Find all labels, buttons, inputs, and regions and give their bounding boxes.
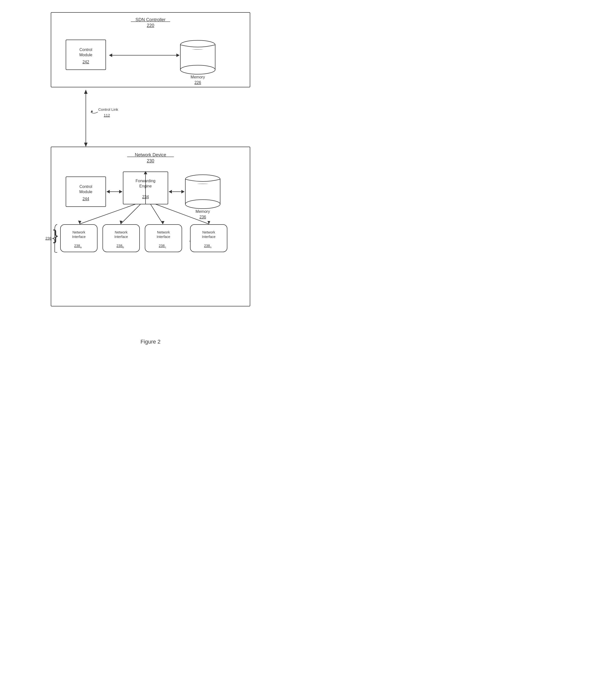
ni-b-label1: Network <box>115 230 128 234</box>
svg-text:a: a <box>80 246 82 249</box>
svg-marker-12 <box>84 90 87 94</box>
svg-text:Module: Module <box>79 190 93 194</box>
ni-c-num: 238 <box>159 244 165 248</box>
nd-number: 230 <box>147 158 154 163</box>
sdn-number: 220 <box>147 23 154 28</box>
control-link-num: 112 <box>104 113 110 117</box>
ni-n-label1: Network <box>202 230 215 234</box>
ni-group-num: 238 <box>45 236 52 240</box>
ctrl-module-242-num: 242 <box>83 60 89 64</box>
svg-marker-15 <box>91 110 93 112</box>
svg-text:c: c <box>165 246 166 249</box>
sdn-title: SDN Controller <box>135 17 165 22</box>
ni-c-label1: Network <box>157 230 170 234</box>
ctrl-module-242-label: Control <box>79 48 92 52</box>
brace-238: } <box>53 227 58 244</box>
nd-title: Network Device <box>135 152 166 157</box>
memory-236-label: Memory <box>195 209 210 214</box>
svg-text:Interface: Interface <box>157 235 171 239</box>
memory-236-num: 236 <box>200 215 206 219</box>
ni-a-num: 238 <box>74 244 80 248</box>
memory-226-num: 226 <box>194 80 201 85</box>
ni-b-num: 238 <box>116 244 122 248</box>
diagram-svg: SDN Controller 220 Control Module 242 Me… <box>38 7 262 326</box>
svg-text:n: n <box>210 246 211 249</box>
svg-text:Interface: Interface <box>72 235 86 239</box>
ni-n-num: 238 <box>204 244 210 248</box>
svg-text:Interface: Interface <box>202 235 216 239</box>
svg-text:Module: Module <box>79 53 93 57</box>
ni-a-label1: Network <box>72 230 85 234</box>
ctrl-module-244-num: 244 <box>83 197 89 201</box>
ctrl-module-244-label: Control <box>79 184 92 189</box>
svg-text:Interface: Interface <box>114 235 128 239</box>
svg-marker-13 <box>84 143 87 147</box>
control-link-label: Control Link <box>98 107 119 111</box>
svg-point-25 <box>185 200 220 208</box>
diagram-container: SDN Controller 220 Control Module 242 Me… <box>29 7 272 345</box>
svg-point-10 <box>180 65 215 74</box>
figure-caption: Figure 2 <box>140 339 161 345</box>
memory-226-label: Memory <box>190 75 205 79</box>
svg-text:b: b <box>122 246 124 249</box>
